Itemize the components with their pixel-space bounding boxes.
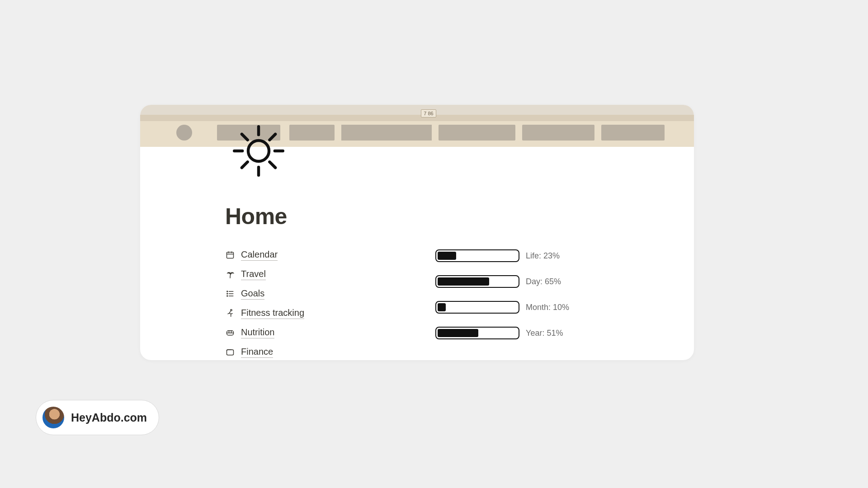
nav-list: Calendar Travel Goals xyxy=(225,249,304,358)
page-content: Home Calendar xyxy=(225,203,668,358)
progress-day: Day: 65% xyxy=(435,275,569,288)
svg-point-22 xyxy=(231,309,232,310)
nav-label: Nutrition xyxy=(241,326,274,338)
wallet-icon xyxy=(225,347,235,357)
palm-tree-icon xyxy=(225,269,235,279)
progress-month: Month: 10% xyxy=(435,301,569,314)
progress-label: Life: 23% xyxy=(526,251,560,261)
nav-item-nutrition[interactable]: Nutrition xyxy=(225,326,304,338)
progress-year: Year: 51% xyxy=(435,327,569,339)
fitness-icon xyxy=(225,308,235,318)
progress-bar xyxy=(435,249,519,262)
nav-item-travel[interactable]: Travel xyxy=(225,268,304,280)
calendar-icon xyxy=(225,250,235,260)
svg-point-21 xyxy=(227,296,228,296)
svg-point-0 xyxy=(248,141,269,161)
svg-line-5 xyxy=(242,134,248,140)
progress-label: Month: 10% xyxy=(526,303,569,312)
list-icon xyxy=(225,289,235,299)
progress-bar xyxy=(435,327,519,339)
svg-point-20 xyxy=(227,293,228,294)
svg-point-19 xyxy=(227,291,228,292)
progress-label: Year: 51% xyxy=(526,328,563,338)
bento-icon xyxy=(225,328,235,338)
page-title: Home xyxy=(225,203,668,230)
cover-image: 7 86 xyxy=(140,105,694,147)
cover-plate: 7 86 xyxy=(421,109,436,117)
progress-label: Day: 65% xyxy=(526,277,561,286)
nav-label: Calendar xyxy=(241,249,278,261)
progress-list: Life: 23% Day: 65% Month: 10% Year: 51% xyxy=(435,249,569,358)
attribution-badge[interactable]: HeyAbdo.com xyxy=(36,400,159,435)
nav-item-fitness[interactable]: Fitness tracking xyxy=(225,307,304,319)
avatar xyxy=(42,407,64,428)
nav-label: Finance xyxy=(241,346,273,358)
nav-item-goals[interactable]: Goals xyxy=(225,287,304,300)
nav-label: Travel xyxy=(241,268,266,280)
nav-label: Goals xyxy=(241,287,264,300)
svg-rect-27 xyxy=(227,350,234,355)
nav-label: Fitness tracking xyxy=(241,307,304,319)
progress-life: Life: 23% xyxy=(435,249,569,262)
svg-line-8 xyxy=(269,134,275,140)
progress-bar xyxy=(435,301,519,314)
attribution-label: HeyAbdo.com xyxy=(71,411,147,424)
nav-item-finance[interactable]: Finance xyxy=(225,346,304,358)
nav-item-calendar[interactable]: Calendar xyxy=(225,249,304,261)
sun-icon[interactable] xyxy=(230,122,288,182)
progress-bar xyxy=(435,275,519,288)
svg-line-6 xyxy=(269,162,275,168)
svg-rect-9 xyxy=(227,252,234,258)
svg-line-7 xyxy=(242,162,248,168)
